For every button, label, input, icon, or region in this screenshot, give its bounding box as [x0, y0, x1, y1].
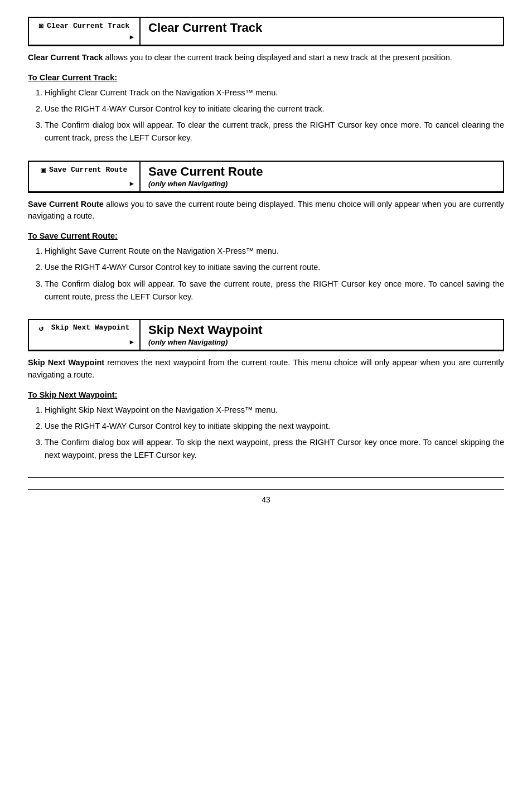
section-body-skip: Skip Next Waypoint removes the next wayp…: [28, 357, 504, 381]
arrow-icon-clear: ▶: [130, 33, 134, 41]
title-box-save: Save Current Route (only when Navigating…: [141, 162, 503, 191]
save-route-icon: ▣: [41, 165, 46, 175]
step-clear-3: The Confirm dialog box will appear. To c…: [45, 119, 504, 144]
page-number: 43: [28, 489, 504, 504]
icon-box-skip: ↺ Skip Next Waypoint ▶: [29, 320, 141, 350]
step-save-3: The Confirm dialog box will appear. To s…: [45, 278, 504, 303]
step-skip-2: Use the RIGHT 4-WAY Cursor Control key t…: [45, 420, 504, 433]
step-clear-2: Use the RIGHT 4-WAY Cursor Control key t…: [45, 103, 504, 115]
section-header-clear: ⊠ Clear Current Track ▶ Clear Current Tr…: [28, 17, 504, 46]
icon-box-top-save: ▣ Save Current Route: [41, 165, 128, 175]
arrow-icon-skip: ▶: [130, 338, 134, 346]
section-divider-save: [28, 192, 504, 193]
section-title-save: Save Current Route: [148, 165, 495, 178]
section-body-save: Save Current Route allows you to save th…: [28, 199, 504, 223]
icon-box-top-skip: ↺ Skip Next Waypoint: [39, 323, 129, 332]
section-subtitle-skip: (only when Navigating): [148, 338, 495, 346]
icon-box-top: ⊠ Clear Current Track: [39, 21, 130, 31]
clear-current-track-section: ⊠ Clear Current Track ▶ Clear Current Tr…: [28, 17, 504, 145]
section-title-skip: Skip Next Waypoint: [148, 323, 495, 337]
step-skip-3: The Confirm dialog box will appear. To s…: [45, 436, 504, 462]
steps-list-save: Highlight Save Current Route on the Navi…: [45, 245, 504, 303]
section-subtitle-save: (only when Navigating): [148, 180, 495, 188]
step-clear-1: Highlight Clear Current Track on the Nav…: [45, 86, 504, 99]
intro-bold-save: Save Current Route: [28, 200, 104, 209]
skip-next-waypoint-section: ↺ Skip Next Waypoint ▶ Skip Next Waypoin…: [28, 319, 504, 462]
step-save-1: Highlight Save Current Route on the Navi…: [45, 245, 504, 258]
steps-list-skip: Highlight Skip Next Waypoint on the Navi…: [45, 404, 504, 462]
intro-bold-clear: Clear Current Track: [28, 53, 103, 62]
step-save-2: Use the RIGHT 4-WAY Cursor Control key t…: [45, 261, 504, 274]
save-route-icon-label: Save Current Route: [49, 166, 127, 174]
section-divider-clear: [28, 46, 504, 46]
title-box-clear: Clear Current Track: [141, 18, 503, 45]
intro-rest-clear: allows you to clear the current track be…: [103, 53, 452, 62]
section-body-clear: Clear Current Track allows you to clear …: [28, 52, 504, 64]
steps-list-clear: Highlight Clear Current Track on the Nav…: [45, 86, 504, 145]
intro-bold-skip: Skip Next Waypoint: [28, 358, 104, 367]
subsection-title-skip: To Skip Next Waypoint:: [28, 390, 504, 399]
skip-waypoint-icon: ↺: [39, 323, 48, 332]
save-current-route-section: ▣ Save Current Route ▶ Save Current Rout…: [28, 161, 504, 303]
section-header-skip: ↺ Skip Next Waypoint ▶ Skip Next Waypoin…: [28, 319, 504, 351]
subsection-title-save: To Save Current Route:: [28, 231, 504, 240]
section-title-clear: Clear Current Track: [148, 21, 495, 35]
subsection-title-clear: To Clear Current Track:: [28, 73, 504, 82]
section-header-save: ▣ Save Current Route ▶ Save Current Rout…: [28, 161, 504, 192]
arrow-icon-save: ▶: [130, 180, 134, 188]
bottom-rule: [28, 477, 504, 478]
clear-track-icon: ⊠: [39, 21, 43, 31]
step-skip-1: Highlight Skip Next Waypoint on the Navi…: [45, 404, 504, 417]
skip-waypoint-icon-label: Skip Next Waypoint: [51, 323, 129, 332]
title-box-skip: Skip Next Waypoint (only when Navigating…: [141, 320, 503, 350]
icon-box-save: ▣ Save Current Route ▶: [29, 162, 141, 191]
section-divider-skip: [28, 351, 504, 351]
icon-box-clear: ⊠ Clear Current Track ▶: [29, 18, 141, 45]
clear-track-icon-label: Clear Current Track: [47, 22, 129, 30]
